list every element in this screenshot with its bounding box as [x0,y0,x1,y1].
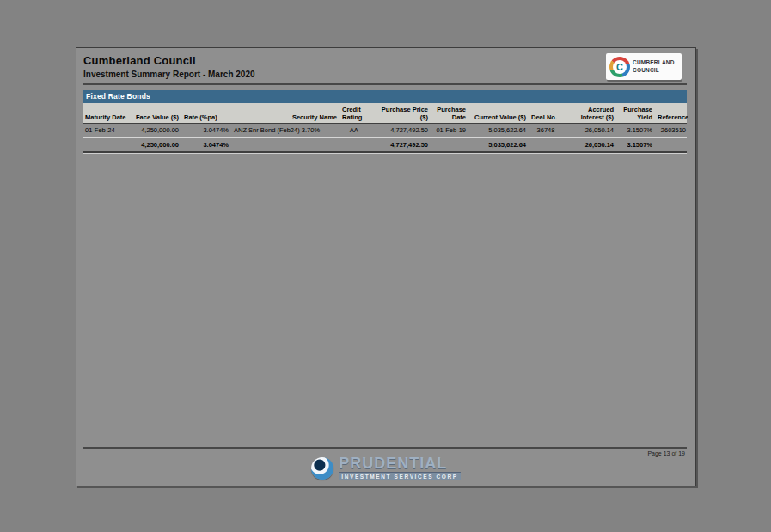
cell-reference: 2603510 [655,124,688,137]
total-accrued-interest: 26,050.14 [563,138,616,151]
report-page: Cumberland Council Investment Summary Re… [76,47,696,486]
prudential-logo-text: PRUDENTIAL INVESTMENT SERVICES CORP [339,456,460,480]
footer-divider [83,447,687,449]
prudential-globe-icon [311,457,333,480]
col-header-current-value: Current Value ($) [468,103,529,123]
total-rate: 3.0474% [181,138,231,151]
total-deal-no [529,138,563,151]
table-region: Fixed Rate Bonds Maturity Date Face Valu… [83,90,687,153]
prudential-tagline: INVESTMENT SERVICES CORP [339,472,460,480]
table-row: 01-Feb-24 4,250,000.00 3.0474% ANZ Snr B… [83,124,687,138]
col-header-face-value: Face Value ($) [130,103,181,123]
col-header-security-name: Security Name [231,103,340,123]
total-purchase-price: 4,727,492.50 [370,138,431,151]
cell-rate: 3.0474% [181,124,231,137]
cell-purchase-date: 01-Feb-19 [431,124,468,137]
cell-accrued-interest: 26,050.14 [563,124,616,137]
total-purchase-date [431,138,468,151]
cell-purchase-yield: 3.1507% [616,124,655,137]
col-header-credit-rating: Credit Rating [340,103,370,123]
cell-credit-rating: AA- [340,124,370,137]
total-security-name [231,138,340,151]
total-face-value: 4,250,000.00 [130,138,181,151]
council-logo-line2: COUNCIL [633,67,675,74]
col-header-rate: Rate (%pa) [181,103,231,123]
report-viewer-canvas: Cumberland Council Investment Summary Re… [0,0,771,532]
col-header-purchase-date: Purchase Date [431,103,468,123]
cell-current-value: 5,035,622.64 [468,124,529,137]
report-subtitle: Investment Summary Report - March 2020 [83,70,255,79]
col-header-maturity-date: Maturity Date [83,103,130,123]
cell-security-name: ANZ Snr Bond (Feb24) 3.70% [231,124,340,137]
report-title: Cumberland Council [83,54,255,67]
col-header-reference: Reference [655,103,688,123]
council-c-icon [609,57,630,77]
total-credit-rating [340,138,370,151]
cell-deal-no: 36748 [529,124,563,137]
total-purchase-yield: 3.1507% [616,138,655,151]
col-header-purchase-yield: Purchase Yield [616,103,655,123]
col-header-accrued-interest: Accrued Interest ($) [563,103,616,123]
header-divider [83,83,687,85]
section-title-fixed-rate-bonds: Fixed Rate Bonds [83,90,687,103]
council-logo: CUMBERLAND COUNCIL [606,53,682,80]
report-header: Cumberland Council Investment Summary Re… [83,54,255,79]
prudential-wordmark: PRUDENTIAL [339,456,460,471]
col-header-purchase-price: Purchase Price ($) [370,103,431,123]
table-header-row: Maturity Date Face Value ($) Rate (%pa) … [83,103,687,124]
cell-maturity-date: 01-Feb-24 [83,124,130,137]
council-logo-text: CUMBERLAND COUNCIL [633,59,675,73]
total-maturity-date [83,138,130,151]
prudential-logo: PRUDENTIAL INVESTMENT SERVICES CORP [76,456,695,480]
council-logo-line1: CUMBERLAND [633,59,675,66]
cell-purchase-price: 4,727,492.50 [370,124,431,137]
table-totals-row: 4,250,000.00 3.0474% 4,727,492.50 5,035,… [83,138,687,153]
cell-face-value: 4,250,000.00 [130,124,181,137]
total-reference [655,138,688,151]
col-header-deal-no: Deal No. [529,103,563,123]
total-current-value: 5,035,622.64 [468,138,529,151]
